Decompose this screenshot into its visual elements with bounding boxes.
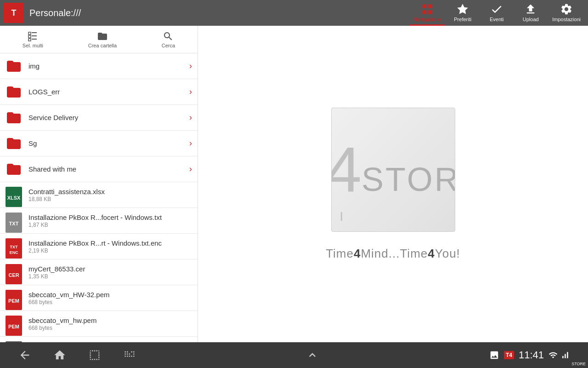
bottom-bar: T4 11:41 [0, 342, 588, 368]
file-size-installazione1: 1,87 KB [28, 222, 192, 228]
svg-rect-6 [28, 39, 31, 41]
chevron-sg: › [189, 138, 192, 148]
toolbar-row: Sel. multi Crea cartella Cerca [0, 26, 198, 53]
chevron-img: › [189, 61, 192, 71]
folder-icon-img [6, 58, 22, 75]
tagline-text1: Time [326, 247, 354, 260]
file-name-pem2: sbeccato_vm_hw.pem [28, 316, 192, 324]
txt-file-svg: TXT [6, 213, 22, 233]
chevron-shared: › [189, 164, 192, 174]
folder-info-sg: Sg [28, 139, 186, 147]
right-panel: 4 STOR I Time4Mind...Time4You! [198, 26, 588, 342]
tagline-bold2: 4 [428, 247, 435, 260]
svg-rect-3 [428, 10, 432, 14]
nav-btn-eventi[interactable]: Eventi [481, 0, 513, 26]
folder-name-sd: Service Delivery [28, 114, 186, 121]
star-icon [456, 3, 469, 16]
folder-svg-sg [6, 135, 22, 152]
up-button[interactable] [306, 349, 319, 362]
folder-item-sg[interactable]: Sg › [0, 131, 198, 156]
file-list: img › LOGS_err › [0, 53, 198, 342]
sel-multi-button[interactable]: Sel. multi [23, 31, 43, 48]
back-button[interactable] [18, 349, 31, 362]
status-right: T4 11:41 [489, 349, 570, 361]
app-logo: T STORE [4, 3, 24, 23]
file-item-mycert[interactable]: CER myCert_86533.cer 1,35 KB [0, 259, 198, 285]
tagline-bold1: 4 [354, 247, 361, 260]
svg-rect-8 [32, 35, 37, 36]
enc-file-svg: TXT ENC [6, 238, 22, 259]
cerca-icon [163, 31, 174, 42]
file-item-pem1[interactable]: PEM sbeccato_vm_HW-32.pem 668 bytes [0, 285, 198, 311]
home-icon [53, 349, 66, 362]
svg-rect-1 [428, 4, 432, 8]
nav-btn-impostazioni[interactable]: Impostazioni [548, 0, 584, 26]
file-item-pem2[interactable]: PEM sbeccato_vm_hw.pem 668 bytes [0, 311, 198, 337]
folder-info-sd: Service Delivery [28, 114, 186, 121]
file-size-installazione2: 2,19 KB [28, 247, 192, 254]
svg-rect-5 [28, 35, 31, 38]
sel-multi-icon [27, 31, 38, 42]
file-info-installazione1: Installazione PkBox R...focert - Windows… [28, 213, 192, 228]
bottom-nav-group-left [18, 349, 136, 362]
folder-icon-logs [6, 84, 22, 100]
file-info-installazione2: Installazione PkBox R...rt - Windows.txt… [28, 239, 192, 254]
svg-text:CER: CER [8, 272, 19, 278]
time-display: 11:41 [519, 349, 544, 361]
file-name-installazione1: Installazione PkBox R...focert - Windows… [28, 213, 192, 221]
file-item-contratti[interactable]: XLSX Contratti_assistenza.xlsx 18,88 KB [0, 182, 198, 208]
file-item-installazione1[interactable]: TXT Installazione PkBox R...focert - Win… [0, 208, 198, 234]
logo-num4: 4 [331, 138, 362, 202]
folder-item-service-delivery[interactable]: Service Delivery › [0, 105, 198, 131]
file-icon-pem2: PEM [6, 316, 22, 332]
file-name-mycert: myCert_86533.cer [28, 265, 192, 273]
nav-btn-preferiti[interactable]: Preferiti [447, 0, 479, 26]
svg-rect-9 [32, 39, 37, 40]
file-info-mycert: myCert_86533.cer 1,35 KB [28, 265, 192, 280]
svg-rect-7 [32, 32, 37, 33]
svg-rect-4 [28, 32, 31, 34]
folder-item-img[interactable]: img › [0, 53, 198, 79]
folder-info-shared: Shared with me [28, 165, 186, 173]
recents-button[interactable] [88, 349, 101, 362]
file-item-zip[interactable]: ZIP SmartCardTest_32-64.zip [0, 337, 198, 342]
grid-icon [421, 3, 434, 16]
xlsx-file-svg: XLSX [6, 187, 22, 207]
chevron-sd: › [189, 113, 192, 122]
logo-stor: STOR [362, 161, 455, 198]
folder-item-logs[interactable]: LOGS_err › [0, 79, 198, 105]
svg-rect-2 [422, 10, 426, 14]
file-icon-pem1: PEM [6, 290, 22, 306]
qr-button[interactable] [123, 349, 136, 362]
cerca-button[interactable]: Cerca [162, 31, 175, 48]
folder-svg-logs [6, 84, 22, 100]
tagline: Time4Mind...Time4You! [326, 247, 460, 261]
t4-status-icon: T4 [504, 351, 514, 359]
file-size-pem2: 668 bytes [28, 325, 192, 331]
folder-icon-shared [6, 161, 22, 178]
file-icon-txt1: TXT [6, 213, 22, 229]
chevron-logs: › [189, 87, 192, 97]
folder-item-shared[interactable]: Shared with me › [0, 156, 198, 182]
home-button[interactable] [53, 349, 66, 362]
file-item-installazione2[interactable]: TXT ENC Installazione PkBox R...rt - Win… [0, 234, 198, 259]
nav-btn-upload[interactable]: Upload [514, 0, 547, 26]
file-info-pem1: sbeccato_vm_HW-32.pem 668 bytes [28, 291, 192, 305]
signal-icon [560, 351, 570, 360]
crea-cartella-button[interactable]: Crea cartella [88, 31, 117, 48]
svg-text:PEM: PEM [8, 324, 19, 329]
file-name-contratti: Contratti_assistenza.xlsx [28, 188, 192, 196]
file-info-contratti: Contratti_assistenza.xlsx 18,88 KB [28, 188, 192, 202]
pem1-file-svg: PEM [6, 290, 22, 310]
folder-name-sg: Sg [28, 139, 186, 147]
qr-icon [123, 349, 136, 362]
folder-info-logs: LOGS_err [28, 88, 186, 96]
cer-file-svg: CER [6, 264, 22, 284]
file-icon-enc: TXT ENC [6, 238, 22, 255]
file-size-contratti: 18,88 KB [28, 196, 192, 202]
svg-text:ENC: ENC [9, 250, 18, 255]
upload-icon [524, 3, 537, 16]
nav-btn-navigazione[interactable]: Navigazione [410, 0, 445, 26]
svg-text:PEM: PEM [8, 298, 19, 304]
check-icon [490, 3, 503, 16]
